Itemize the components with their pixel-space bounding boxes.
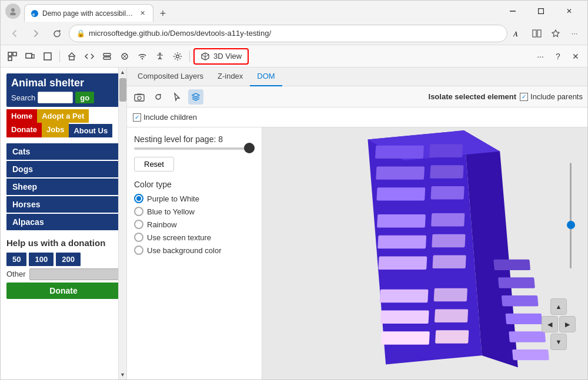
- nav-controls: ▲ ◀ ▶ ▼: [542, 298, 576, 350]
- donate-50[interactable]: 50: [6, 253, 26, 266]
- 3d-viewport[interactable]: ▲ ◀ ▶ ▼: [262, 127, 587, 379]
- svg-rect-16: [103, 53, 111, 56]
- animal-cats[interactable]: Cats: [6, 143, 121, 160]
- split-screen-btn[interactable]: [529, 25, 545, 42]
- isolate-checkbox[interactable]: Isolate selected element: [429, 92, 517, 101]
- animal-horses[interactable]: Horses: [6, 196, 121, 213]
- nav-adopt[interactable]: Adopt a Pet: [37, 109, 89, 123]
- close-window-btn[interactable]: ✕: [556, 1, 583, 22]
- nav-right-btn[interactable]: ▶: [559, 316, 576, 332]
- radio-bg-color[interactable]: Use background color: [134, 246, 255, 255]
- donate-100[interactable]: 100: [29, 253, 54, 266]
- profile-icon[interactable]: [5, 4, 21, 19]
- new-tab-button[interactable]: +: [155, 5, 171, 22]
- scroll-down-btn[interactable]: ▼: [119, 370, 127, 379]
- minimize-btn[interactable]: [499, 1, 526, 22]
- radio-purple-white-circle: [134, 194, 143, 203]
- reset-view-btn[interactable]: [151, 89, 166, 105]
- storage-btn[interactable]: [99, 48, 115, 65]
- zoom-thumb[interactable]: [567, 221, 575, 229]
- responsive-btn[interactable]: [22, 48, 38, 65]
- svg-rect-36: [377, 236, 426, 248]
- tab-z-index[interactable]: Z-index: [211, 68, 250, 86]
- radio-rainbow[interactable]: Rainbow: [134, 220, 255, 229]
- animal-alpacas[interactable]: Alpacas: [6, 214, 121, 230]
- include-children-checkbox[interactable]: ✓ Include children: [133, 113, 197, 122]
- zoom-slider[interactable]: [566, 163, 574, 268]
- radio-blue-yellow-label: Blue to Yellow: [147, 207, 195, 216]
- zoom-track: [570, 163, 572, 268]
- wifi-btn[interactable]: [134, 48, 151, 65]
- nav-about[interactable]: About Us: [69, 124, 112, 137]
- tab-dom[interactable]: DOM: [250, 68, 282, 86]
- radio-blue-yellow[interactable]: Blue to Yellow: [134, 207, 255, 216]
- inspect-element-btn[interactable]: [4, 48, 21, 65]
- camera-icon-btn[interactable]: [132, 89, 147, 105]
- svg-point-0: [11, 8, 15, 12]
- svg-text:e: e: [32, 12, 35, 17]
- address-input[interactable]: 🔒 microsoftedge.github.io/Demos/devtools…: [69, 25, 507, 42]
- svg-rect-41: [434, 288, 467, 301]
- search-input[interactable]: [38, 92, 73, 103]
- include-parents-label: Include parents: [530, 92, 583, 101]
- elements-btn[interactable]: [39, 48, 56, 65]
- donate-200[interactable]: 200: [56, 253, 81, 266]
- radio-bg-color-circle: [134, 246, 143, 255]
- svg-rect-30: [376, 166, 425, 179]
- devtools-help-btn[interactable]: ?: [550, 48, 566, 65]
- title-bar: e Demo page with accessibility iss ✕ + ✕: [1, 1, 587, 22]
- devtools-more-btn[interactable]: ···: [532, 48, 549, 65]
- nav-up-btn[interactable]: ▲: [550, 298, 567, 315]
- svg-rect-50: [509, 331, 546, 342]
- favorites-btn[interactable]: [547, 25, 564, 42]
- nav-left-btn[interactable]: ◀: [542, 316, 558, 332]
- search-row: Search go: [11, 92, 116, 103]
- nav-home[interactable]: Home: [6, 109, 37, 123]
- go-button[interactable]: go: [75, 92, 94, 103]
- animal-dogs[interactable]: Dogs: [6, 161, 121, 177]
- debug-btn[interactable]: [116, 48, 133, 65]
- pointer-3d-btn[interactable]: [169, 89, 185, 105]
- include-parents-check: ✓: [520, 93, 528, 101]
- include-parents-checkbox[interactable]: ✓ Include parents: [520, 92, 583, 101]
- nav-jobs[interactable]: Jobs: [42, 123, 69, 137]
- site-title: Animal shelter: [11, 77, 116, 89]
- animal-sheep[interactable]: Sheep: [6, 179, 121, 195]
- address-bar: 🔒 microsoftedge.github.io/Demos/devtools…: [1, 22, 587, 45]
- layers-3d-btn[interactable]: [188, 89, 203, 105]
- nesting-slider-thumb[interactable]: [244, 143, 255, 153]
- code-btn[interactable]: [81, 48, 98, 65]
- scroll-thumb[interactable]: [119, 78, 126, 102]
- radio-purple-white-label: Purple to White: [147, 194, 199, 203]
- active-tab[interactable]: e Demo page with accessibility iss ✕: [24, 4, 153, 22]
- radio-purple-white[interactable]: Purple to White: [134, 194, 255, 203]
- svg-rect-44: [381, 331, 430, 344]
- nesting-slider-row: [134, 147, 255, 150]
- more-tools-btn[interactable]: ···: [566, 25, 583, 42]
- home-btn[interactable]: [64, 48, 80, 65]
- reset-button[interactable]: Reset: [134, 157, 174, 171]
- nesting-slider-track[interactable]: [134, 147, 255, 150]
- svg-rect-40: [380, 290, 429, 302]
- read-aloud-btn[interactable]: 𝐴: [510, 25, 526, 42]
- donate-button[interactable]: Donate: [6, 283, 121, 299]
- back-btn[interactable]: [5, 24, 24, 43]
- svg-rect-15: [69, 56, 74, 60]
- color-radio-list: Purple to White Blue to Yellow Rainbow: [134, 194, 255, 255]
- tab-composited-layers[interactable]: Composited Layers: [131, 68, 211, 86]
- settings-btn[interactable]: [169, 48, 186, 65]
- nav-down-btn[interactable]: ▼: [550, 334, 567, 350]
- other-amount-input[interactable]: [29, 268, 126, 280]
- devtools-close-btn[interactable]: ✕: [567, 48, 584, 65]
- forward-btn[interactable]: [26, 24, 45, 43]
- 3d-view-btn[interactable]: 3D View: [193, 48, 249, 65]
- radio-screen-texture-circle: [134, 233, 143, 242]
- scroll-up-btn[interactable]: ▲: [119, 68, 127, 77]
- close-tab-btn[interactable]: ✕: [138, 9, 147, 18]
- refresh-btn[interactable]: [48, 24, 66, 43]
- tab-strip: e Demo page with accessibility iss ✕ +: [24, 1, 496, 22]
- nav-donate[interactable]: Donate: [6, 123, 42, 137]
- maximize-btn[interactable]: [527, 1, 554, 22]
- accessibility-btn[interactable]: [152, 48, 168, 65]
- radio-screen-texture[interactable]: Use screen texture: [134, 233, 255, 242]
